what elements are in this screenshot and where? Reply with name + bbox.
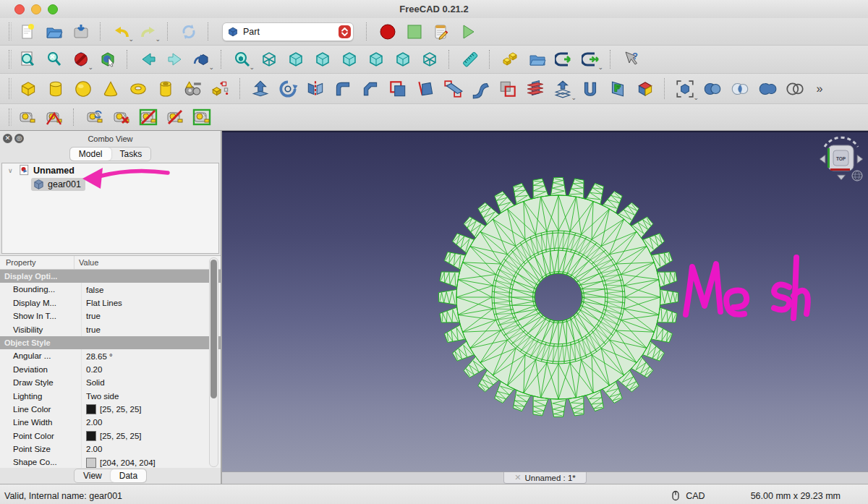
property-row[interactable]: Display M...Flat Lines xyxy=(0,296,221,309)
save-button[interactable] xyxy=(69,20,92,43)
chamfer-button[interactable] xyxy=(358,77,383,101)
view-axonometric-button[interactable] xyxy=(258,48,280,71)
intersection-button[interactable] xyxy=(783,77,807,101)
offset-button[interactable]: ⌄ xyxy=(550,77,575,101)
nav-forward-button[interactable] xyxy=(163,48,186,71)
3d-viewport[interactable]: TOP xyxy=(222,131,868,471)
pan-down-icon[interactable] xyxy=(837,175,846,180)
panel-close-icon[interactable]: ✕ xyxy=(3,134,12,143)
view-bottom-button[interactable] xyxy=(391,48,414,71)
common-button[interactable] xyxy=(728,77,752,101)
property-scrollbar[interactable] xyxy=(209,257,218,467)
property-value[interactable]: Two side xyxy=(82,390,221,403)
fillet-button[interactable] xyxy=(331,77,355,101)
make-group-button[interactable] xyxy=(526,48,548,71)
shape-builder-button[interactable] xyxy=(208,77,233,101)
view-left-button[interactable] xyxy=(418,48,441,71)
property-row[interactable]: Bounding...false xyxy=(0,283,221,296)
color-per-face-button[interactable] xyxy=(633,77,658,101)
refresh-button[interactable] xyxy=(177,20,200,43)
make-link-group-button[interactable]: ⌄ xyxy=(579,48,602,71)
gear-mesh[interactable] xyxy=(439,178,678,417)
globe-icon[interactable] xyxy=(852,171,862,181)
property-row[interactable]: Point Color[25, 25, 25] xyxy=(0,430,221,443)
tab-model[interactable]: Model xyxy=(70,148,111,161)
property-value[interactable]: false xyxy=(82,283,221,296)
measure-refresh-button[interactable] xyxy=(83,106,106,129)
measure-linear-button[interactable] xyxy=(16,106,38,129)
clipping-button[interactable]: ⌄ xyxy=(69,48,92,71)
measure-clear-button[interactable] xyxy=(110,106,132,129)
workbench-selector[interactable]: Part xyxy=(222,22,354,41)
section-button[interactable] xyxy=(495,77,520,101)
view-rear-button[interactable] xyxy=(365,48,387,71)
primitive-tube-button[interactable] xyxy=(153,77,178,101)
extrude-button[interactable] xyxy=(248,77,273,101)
close-window-button[interactable] xyxy=(14,4,25,14)
tree-item-unnamed[interactable]: ∨Unnamed xyxy=(2,163,218,177)
tab-tasks[interactable]: Tasks xyxy=(111,148,151,161)
close-tab-icon[interactable]: ✕ xyxy=(514,473,521,482)
loft-button[interactable] xyxy=(441,77,465,101)
undo-button[interactable]: ⌄ xyxy=(110,20,132,43)
property-row[interactable]: Draw StyleSolid xyxy=(0,376,221,389)
tree-expand-icon[interactable]: ∨ xyxy=(8,167,17,174)
property-row[interactable]: Show In T...true xyxy=(0,309,221,323)
boolean-button[interactable] xyxy=(700,77,725,101)
union-button[interactable] xyxy=(755,77,780,101)
panel-float-icon[interactable]: ◎ xyxy=(14,134,24,143)
new-document-button[interactable] xyxy=(16,20,38,43)
tree-item-content[interactable]: Unnamed xyxy=(17,164,79,177)
thickness-button[interactable] xyxy=(578,77,603,101)
view-front-button[interactable] xyxy=(284,48,307,71)
primitives-dialog-button[interactable] xyxy=(181,77,205,101)
sweep-button[interactable] xyxy=(468,77,493,101)
redo-button[interactable]: ⌄ xyxy=(137,20,159,43)
property-row[interactable]: Deviation0.20 xyxy=(0,363,221,376)
property-value[interactable]: 2.00 xyxy=(82,443,221,456)
property-value[interactable]: 28.65 ° xyxy=(82,349,221,362)
pan-left-icon[interactable] xyxy=(820,155,825,163)
property-row[interactable]: Line Color[25, 25, 25] xyxy=(0,403,221,416)
primitive-cylinder-button[interactable] xyxy=(43,77,68,101)
make-face-button[interactable] xyxy=(386,77,410,101)
tree-item-content[interactable]: gear001 xyxy=(31,178,85,191)
property-value[interactable]: 0.20 xyxy=(82,363,221,376)
property-value[interactable]: true xyxy=(82,309,221,323)
view-rotate-button[interactable]: ⌄ xyxy=(190,48,213,71)
measure-button[interactable] xyxy=(459,48,481,71)
measure-toggle-all-button[interactable] xyxy=(137,106,159,129)
property-row[interactable]: Line Width2.00 xyxy=(0,416,221,429)
workbench-stepper-icon[interactable] xyxy=(339,25,351,38)
tree-item-gear001[interactable]: gear001 xyxy=(2,177,218,191)
primitive-cone-button[interactable] xyxy=(98,77,123,101)
open-folder-button[interactable] xyxy=(43,20,65,43)
property-value[interactable]: [25, 25, 25] xyxy=(82,403,221,416)
navigation-cube[interactable]: TOP xyxy=(817,135,865,183)
nav-back-button[interactable] xyxy=(137,48,159,71)
cross-sections-button[interactable] xyxy=(523,77,548,101)
primitive-sphere-button[interactable] xyxy=(71,77,95,101)
box-selection-button[interactable] xyxy=(96,48,119,71)
property-value[interactable]: true xyxy=(82,323,221,336)
measure-angular-button[interactable] xyxy=(43,106,65,129)
property-row[interactable]: Angular ...28.65 ° xyxy=(0,349,221,362)
measure-toggle-delta-button[interactable] xyxy=(190,106,213,129)
fit-all-button[interactable] xyxy=(16,48,38,71)
property-value[interactable]: [25, 25, 25] xyxy=(82,430,221,443)
part-structure-button[interactable] xyxy=(499,48,522,71)
document-tab[interactable]: ✕ Unnamed : 1* xyxy=(503,472,587,484)
compound-button[interactable]: ⌄ xyxy=(673,77,697,101)
ruled-surface-button[interactable] xyxy=(413,77,438,101)
macro-stop-button[interactable] xyxy=(403,20,425,43)
macro-edit-button[interactable] xyxy=(430,20,452,43)
view-right-button[interactable] xyxy=(338,48,360,71)
fit-selection-button[interactable] xyxy=(43,48,65,71)
measure-toggle-3d-button[interactable] xyxy=(163,106,186,129)
overflow-button[interactable]: » xyxy=(810,77,835,101)
macro-record-button[interactable] xyxy=(376,20,399,43)
draw-style-button[interactable]: ⌄ xyxy=(231,48,253,71)
view-top-button[interactable] xyxy=(311,48,333,71)
revolve-button[interactable] xyxy=(276,77,300,101)
tab-view[interactable]: View xyxy=(75,469,111,482)
